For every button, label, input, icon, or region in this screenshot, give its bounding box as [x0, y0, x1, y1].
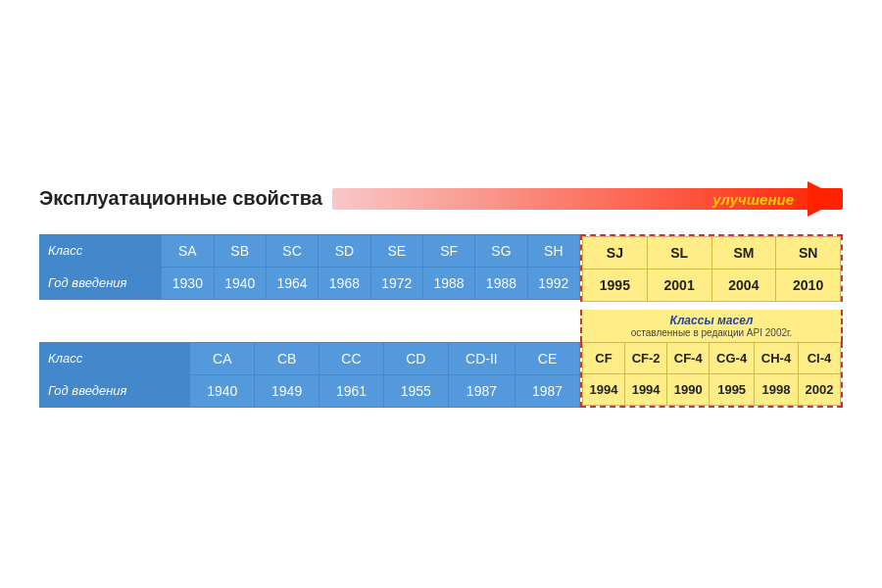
table-cell: 1988: [422, 267, 474, 299]
table-row: 1994 1994 1990 1995 1998 2002: [583, 373, 841, 405]
top-yellow-tbody: SJ SL SM SN 1995 2001 2004 2010: [583, 236, 841, 301]
bottom-blue-section: Класс CA CB CC CD CD-II CE Год введения …: [39, 342, 580, 408]
arrow-head-icon: [808, 181, 843, 217]
table-cell: SG: [475, 234, 527, 267]
table-cell: 2002: [798, 373, 840, 405]
table-row: Класс CA CB CC CD CD-II CE: [40, 342, 580, 374]
table-row: SJ SL SM SN: [583, 236, 841, 269]
top-yellow-table: SJ SL SM SN 1995 2001 2004 2010: [582, 236, 841, 302]
arrow-container: улучшение: [332, 181, 843, 217]
table-cell: SM: [711, 236, 776, 269]
header-row: Эксплуатационные свойства улучшение: [39, 181, 843, 217]
table-cell: 2001: [647, 269, 711, 301]
annotation-box: Классы масел оставленные в редакции API …: [580, 310, 843, 342]
year-label-top: Год введения: [40, 267, 162, 299]
class-label-bottom: Класс: [40, 342, 190, 374]
table-cell: 2010: [776, 269, 841, 301]
year-label-bottom: Год введения: [40, 374, 190, 407]
bottom-yellow-table: CF CF-2 CF-4 CG-4 CH-4 CI-4 1994 1994 19…: [582, 342, 841, 406]
table-row: Класс SA SB SC SD SE SF SG SH: [40, 234, 580, 267]
table-cell: 1968: [318, 267, 370, 299]
table-row: Год введения 1940 1949 1961 1955 1987 19…: [40, 374, 580, 407]
table-cell: CD-II: [448, 342, 514, 374]
top-table-area: Класс SA SB SC SD SE SF SG SH Год введен…: [39, 234, 843, 302]
table-cell: 1988: [475, 267, 527, 299]
table-cell: 1992: [527, 267, 579, 299]
table-cell: 1995: [710, 373, 755, 405]
top-yellow-section: SJ SL SM SN 1995 2001 2004 2010: [580, 234, 843, 302]
table-cell: 1987: [448, 374, 514, 407]
table-cell: SH: [527, 234, 579, 267]
table-cell: 1995: [583, 269, 648, 301]
table-cell: 1998: [755, 373, 799, 405]
table-cell: 1972: [370, 267, 422, 299]
table-cell: CA: [190, 342, 255, 374]
table-cell: CC: [319, 342, 384, 374]
bottom-yellow-tbody: CF CF-2 CF-4 CG-4 CH-4 CI-4 1994 1994 19…: [583, 342, 841, 405]
table-cell: SE: [370, 234, 422, 267]
top-blue-tbody: Класс SA SB SC SD SE SF SG SH Год введен…: [40, 234, 580, 299]
table-cell: 1994: [583, 373, 625, 405]
bottom-blue-tbody: Класс CA CB CC CD CD-II CE Год введения …: [40, 342, 580, 407]
table-cell: CG-4: [710, 342, 755, 373]
table-row: CF CF-2 CF-4 CG-4 CH-4 CI-4: [583, 342, 841, 373]
table-cell: CE: [515, 342, 580, 374]
annotation-row: Классы масел оставленные в редакции API …: [39, 310, 843, 342]
table-cell: SJ: [583, 236, 648, 269]
table-cell: 1987: [515, 374, 580, 407]
table-cell: CI-4: [798, 342, 840, 373]
table-row: Год введения 1930 1940 1964 1968 1972 19…: [40, 267, 580, 299]
table-cell: CF-4: [667, 342, 710, 373]
bottom-yellow-section: CF CF-2 CF-4 CG-4 CH-4 CI-4 1994 1994 19…: [580, 342, 843, 408]
arrow-label: улучшение: [712, 190, 794, 207]
class-label-top: Класс: [40, 234, 162, 267]
bottom-table-area: Класс CA CB CC CD CD-II CE Год введения …: [39, 342, 843, 408]
table-cell: SC: [266, 234, 318, 267]
table-cell: 1940: [190, 374, 255, 407]
table-cell: 1990: [667, 373, 710, 405]
table-cell: SD: [318, 234, 370, 267]
table-cell: 1955: [383, 374, 448, 407]
annotation-title: Классы масел: [590, 314, 833, 327]
top-blue-table: Класс SA SB SC SD SE SF SG SH Год введен…: [39, 234, 580, 300]
table-cell: SL: [647, 236, 711, 269]
table-row: 1995 2001 2004 2010: [583, 269, 841, 301]
table-cell: CB: [255, 342, 319, 374]
annotation-spacer: [39, 310, 580, 342]
annotation-subtitle: оставленные в редакции API 2002г.: [590, 327, 833, 338]
table-cell: 1961: [319, 374, 384, 407]
table-cell: 1964: [266, 267, 318, 299]
header-title: Эксплуатационные свойства: [39, 187, 322, 210]
table-cell: SB: [214, 234, 266, 267]
table-cell: 1930: [162, 267, 214, 299]
table-cell: SA: [162, 234, 214, 267]
table-cell: SF: [422, 234, 474, 267]
table-cell: CH-4: [755, 342, 799, 373]
arrow-gradient: улучшение: [332, 188, 843, 210]
table-cell: 1994: [625, 373, 667, 405]
table-cell: SN: [776, 236, 841, 269]
table-cell: CD: [383, 342, 448, 374]
table-cell: 1940: [214, 267, 266, 299]
table-cell: 1949: [255, 374, 319, 407]
main-container: Эксплуатационные свойства улучшение Клас…: [20, 162, 862, 427]
top-blue-section: Класс SA SB SC SD SE SF SG SH Год введен…: [39, 234, 580, 302]
table-cell: CF-2: [625, 342, 667, 373]
bottom-blue-table: Класс CA CB CC CD CD-II CE Год введения …: [39, 342, 580, 408]
table-cell: 2004: [711, 269, 776, 301]
table-cell: CF: [583, 342, 625, 373]
